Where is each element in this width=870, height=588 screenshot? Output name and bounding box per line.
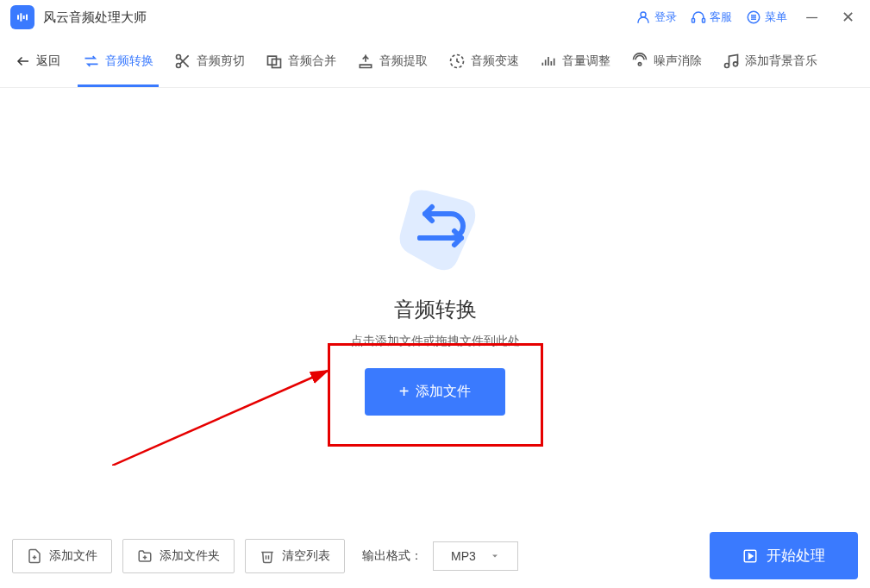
svg-point-25: [725, 63, 729, 67]
arrow-left-icon: [16, 53, 31, 69]
convert-icon: [83, 53, 100, 70]
service-button[interactable]: 客服: [691, 9, 732, 25]
add-file-label: 添加文件: [49, 548, 97, 564]
volume-icon: [540, 53, 557, 70]
tab-label: 音频提取: [379, 53, 428, 69]
tab-audio-convert[interactable]: 音频转换: [78, 42, 159, 80]
svg-rect-0: [17, 15, 19, 19]
add-file-label: 添加文件: [416, 383, 471, 401]
minimize-button[interactable]: ─: [801, 9, 823, 27]
tab-volume-adjust[interactable]: 音量调整: [535, 42, 616, 80]
trash-icon: [260, 548, 275, 564]
svg-rect-3: [26, 15, 28, 21]
clear-label: 清空列表: [282, 548, 330, 564]
svg-rect-5: [692, 19, 695, 23]
scissors-icon: [174, 53, 191, 70]
svg-rect-1: [20, 13, 22, 21]
add-folder-button[interactable]: 添加文件夹: [122, 539, 235, 573]
tab-label: 音量调整: [562, 53, 610, 69]
login-label: 登录: [654, 9, 677, 25]
back-button[interactable]: 返回: [9, 53, 67, 69]
hero-title: 音频转换: [394, 296, 477, 323]
tab-audio-cut[interactable]: 音频剪切: [169, 42, 250, 80]
clear-list-button[interactable]: 清空列表: [245, 539, 345, 573]
noise-icon: [631, 53, 648, 70]
tab-audio-speed[interactable]: 音频变速: [443, 42, 524, 80]
merge-icon: [266, 53, 283, 70]
format-value: MP3: [451, 549, 476, 563]
chevron-down-icon: [490, 551, 500, 561]
hero-convert-icon: [384, 175, 487, 278]
login-button[interactable]: 登录: [635, 9, 677, 25]
tab-label: 添加背景音乐: [745, 53, 817, 69]
hero-hint: 点击添加文件或拖拽文件到此处: [351, 334, 520, 349]
start-label: 开始处理: [767, 546, 825, 566]
start-process-button[interactable]: 开始处理: [710, 532, 858, 579]
tab-label: 噪声消除: [654, 53, 702, 69]
svg-rect-6: [703, 19, 705, 23]
tab-audio-extract[interactable]: 音频提取: [352, 42, 433, 80]
folder-plus-icon: [137, 548, 153, 564]
service-label: 客服: [710, 9, 732, 25]
tab-audio-merge[interactable]: 音频合并: [260, 42, 341, 80]
add-file-button[interactable]: 添加文件: [12, 539, 112, 573]
tab-label: 音频剪切: [197, 53, 245, 69]
extract-icon: [357, 53, 374, 70]
app-logo: [10, 5, 34, 29]
svg-rect-2: [23, 16, 25, 19]
tab-label: 音频变速: [471, 53, 519, 69]
file-plus-icon: [27, 548, 42, 564]
menu-label: 菜单: [765, 9, 787, 25]
tab-noise-remove[interactable]: 噪声消除: [626, 42, 707, 80]
svg-point-24: [638, 62, 641, 65]
app-title: 风云音频处理大师: [43, 9, 147, 26]
menu-icon: [746, 9, 761, 25]
svg-point-26: [734, 61, 738, 66]
headset-icon: [691, 9, 706, 25]
tab-label: 音频合并: [288, 53, 336, 69]
speed-icon: [448, 53, 466, 70]
play-icon: [742, 548, 758, 564]
back-label: 返回: [36, 53, 60, 69]
menu-button[interactable]: 菜单: [746, 9, 787, 25]
plus-icon: +: [399, 382, 410, 402]
add-file-hero-button[interactable]: + 添加文件: [365, 368, 506, 416]
close-button[interactable]: ✕: [836, 8, 860, 27]
format-label: 输出格式：: [362, 548, 422, 564]
tab-label: 音频转换: [105, 53, 153, 69]
svg-marker-34: [749, 554, 754, 559]
tab-add-bgm[interactable]: 添加背景音乐: [717, 42, 823, 80]
user-icon: [635, 9, 651, 25]
svg-point-4: [641, 12, 646, 17]
add-folder-label: 添加文件夹: [160, 548, 220, 564]
format-select[interactable]: MP3: [433, 541, 518, 571]
music-icon: [723, 53, 740, 70]
main-drop-area[interactable]: 音频转换 点击添加文件或拖拽文件到此处 + 添加文件: [0, 88, 870, 502]
